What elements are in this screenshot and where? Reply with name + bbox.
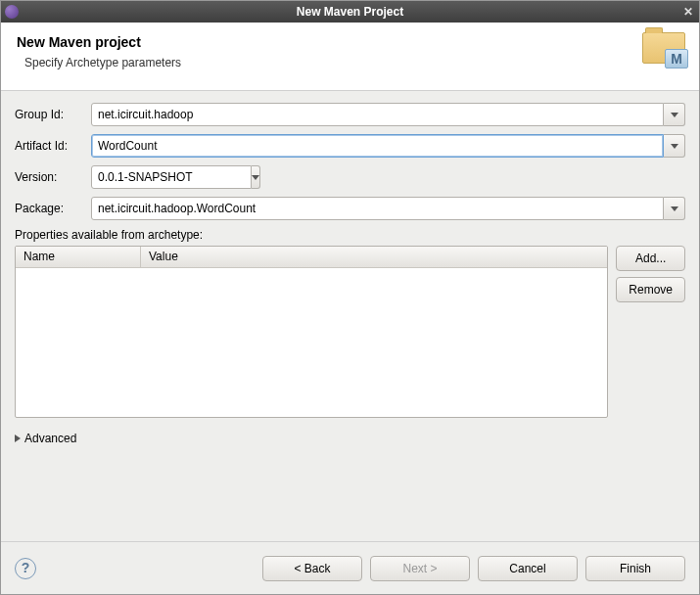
add-button[interactable]: Add... xyxy=(616,246,685,271)
window-title: New Maven Project xyxy=(297,5,403,19)
advanced-label: Advanced xyxy=(24,432,76,445)
artifact-id-input[interactable] xyxy=(91,134,664,158)
group-id-input[interactable] xyxy=(91,103,664,126)
group-id-dropdown[interactable] xyxy=(664,103,685,126)
finish-button[interactable]: Finish xyxy=(585,556,685,581)
maven-wizard-icon: M xyxy=(642,32,685,71)
properties-table[interactable]: Name Value xyxy=(15,246,608,418)
chevron-down-icon xyxy=(671,144,678,149)
version-row: Version: xyxy=(15,165,685,189)
triangle-right-icon xyxy=(15,435,21,442)
wizard-header: New Maven project Specify Archetype para… xyxy=(1,23,699,91)
group-id-row: Group Id: xyxy=(15,103,685,126)
chevron-down-icon xyxy=(671,113,678,117)
cancel-button[interactable]: Cancel xyxy=(478,556,578,581)
next-button: Next > xyxy=(370,556,470,581)
artifact-id-label: Artifact Id: xyxy=(15,139,91,153)
group-id-label: Group Id: xyxy=(15,108,91,121)
help-icon[interactable]: ? xyxy=(15,558,36,579)
back-button[interactable]: < Back xyxy=(262,556,362,581)
page-subtitle: Specify Archetype parameters xyxy=(24,56,683,69)
version-label: Version: xyxy=(15,170,91,184)
artifact-id-row: Artifact Id: xyxy=(15,134,685,158)
advanced-toggle[interactable]: Advanced xyxy=(15,432,685,445)
close-icon[interactable]: ✕ xyxy=(683,5,693,19)
package-row: Package: xyxy=(15,197,685,220)
chevron-down-icon xyxy=(252,175,259,180)
page-title: New Maven project xyxy=(17,34,683,50)
version-dropdown[interactable] xyxy=(252,165,260,189)
package-input[interactable] xyxy=(91,197,664,220)
package-dropdown[interactable] xyxy=(664,197,685,220)
artifact-id-dropdown[interactable] xyxy=(664,134,685,158)
package-label: Package: xyxy=(15,202,91,215)
chevron-down-icon xyxy=(671,206,678,211)
version-input[interactable] xyxy=(91,165,252,189)
column-value[interactable]: Value xyxy=(141,247,607,267)
eclipse-icon xyxy=(5,5,19,19)
properties-heading: Properties available from archetype: xyxy=(15,228,685,242)
properties-table-header: Name Value xyxy=(16,247,607,268)
wizard-content: Group Id: Artifact Id: Version: Package:… xyxy=(1,91,699,541)
column-name[interactable]: Name xyxy=(16,247,141,267)
remove-button[interactable]: Remove xyxy=(616,277,685,302)
titlebar: New Maven Project ✕ xyxy=(1,1,699,23)
wizard-footer: ? < Back Next > Cancel Finish xyxy=(1,541,699,594)
